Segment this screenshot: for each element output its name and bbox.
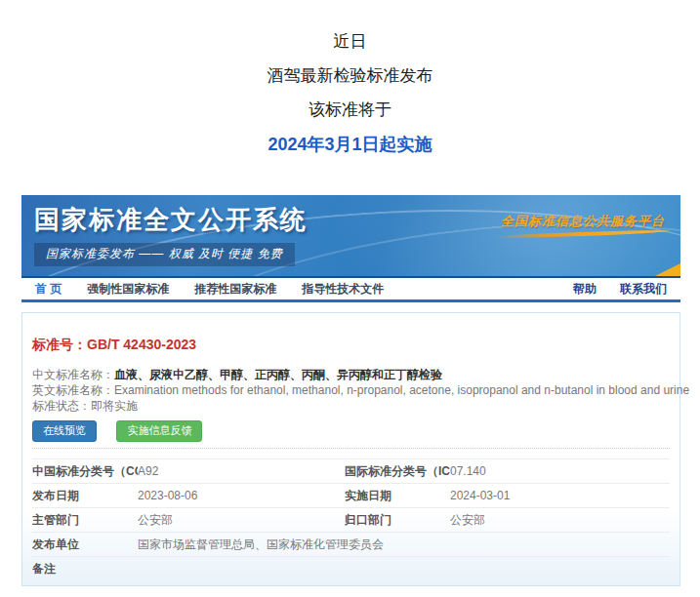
competent-dept-label: 主管部门 [32,508,138,533]
cn-name-row: 中文标准名称：血液、尿液中乙醇、甲醇、正丙醇、丙酮、异丙醇和正丁醇检验 [32,367,670,382]
implementation-feedback-button[interactable]: 实施信息反馈 [116,420,202,442]
table-row: 中国标准分类号（CCS） A92 国际标准分类号（ICS） 07.140 [32,459,670,484]
issuing-unit-label: 发布单位 [32,533,138,557]
site-slogan: 国家标准委发布 —— 权威 及时 便捷 免费 [34,243,295,266]
table-row: 发布单位 国家市场监督管理总局、国家标准化管理委员会 [32,533,670,557]
implement-date-label: 实施日期 [345,484,450,508]
nav-item-help[interactable]: 帮助 [573,281,597,298]
table-row: 主管部门 公安部 归口部门 公安部 [32,508,670,533]
publish-date-label: 发布日期 [32,484,138,508]
intro-highlight-date: 2024年3月1日起实施 [0,136,700,153]
action-buttons: 在线预览 实施信息反馈 [32,420,670,442]
issuing-unit-value: 国家市场监督管理总局、国家标准化管理委员会 [138,533,670,557]
implement-date-value: 2024-03-01 [450,484,670,508]
online-preview-button[interactable]: 在线预览 [32,420,97,442]
standard-number-line: 标准号：GB/T 42430-2023 [32,337,670,354]
status-label: 标准状态： [32,399,91,413]
standard-site-screenshot: 国家标准全文公开系统 国家标准委发布 —— 权威 及时 便捷 免费 全国标准信息… [21,195,680,589]
status-value: 即将实施 [91,399,138,413]
dotted-separator [32,448,670,449]
main-nav: 首 页 强制性国家标准 推荐性国家标准 指导性技术文件 帮助 联系我们 [21,278,680,302]
remarks-label: 备注 [32,557,138,581]
cn-name-label: 中文标准名称： [32,368,114,381]
table-row: 发布日期 2023-08-06 实施日期 2024-03-01 [32,484,670,508]
status-row: 标准状态：即将实施 [32,398,670,414]
standard-number-value: GB/T 42430-2023 [87,337,196,352]
nav-item-mandatory-standards[interactable]: 强制性国家标准 [87,281,169,298]
standard-meta: 中文标准名称：血液、尿液中乙醇、甲醇、正丙醇、丙酮、异丙醇和正丁醇检验 英文标准… [32,367,670,414]
standard-number-label: 标准号： [32,337,87,352]
publish-date-value: 2023-08-06 [138,484,345,508]
standard-detail-panel: 标准号：GB/T 42430-2023 中文标准名称：血液、尿液中乙醇、甲醇、正… [21,312,680,586]
centralized-dept-label: 归口部门 [345,508,450,533]
nav-item-home[interactable]: 首 页 [35,281,62,298]
en-name-value: Examination methods for ethanol, methano… [114,383,689,397]
en-name-row: 英文标准名称：Examination methods for ethanol, … [32,382,670,398]
en-name-label: 英文标准名称： [32,383,114,397]
nav-item-recommended-standards[interactable]: 推荐性国家标准 [194,281,276,298]
ccs-label: 中国标准分类号（CCS） [32,459,138,484]
intro-line-3: 该标准将于 [0,101,700,119]
nav-item-contact[interactable]: 联系我们 [620,281,667,298]
ics-value: 07.140 [450,459,670,484]
intro-line-2: 酒驾最新检验标准发布 [0,67,700,85]
nav-item-guidance-documents[interactable]: 指导性技术文件 [302,281,384,298]
remarks-value [138,557,670,581]
competent-dept-value: 公安部 [138,508,345,533]
intro-block: 近日 酒驾最新检验标准发布 该标准将于 2024年3月1日起实施 [0,33,700,170]
site-title: 国家标准全文公开系统 [34,203,308,237]
standard-details-table: 中国标准分类号（CCS） A92 国际标准分类号（ICS） 07.140 发布日… [32,458,670,580]
centralized-dept-value: 公安部 [450,508,670,533]
table-row: 备注 [32,557,670,581]
cn-name-value: 血液、尿液中乙醇、甲醇、正丙醇、丙酮、异丙醇和正丁醇检验 [114,368,442,381]
ccs-value: A92 [138,459,345,484]
intro-line-1: 近日 [0,33,700,51]
ics-label: 国际标准分类号（ICS） [345,459,450,484]
platform-name: 全国标准信息公共服务平台 [501,213,665,230]
site-banner: 国家标准全文公开系统 国家标准委发布 —— 权威 及时 便捷 免费 全国标准信息… [21,195,680,278]
